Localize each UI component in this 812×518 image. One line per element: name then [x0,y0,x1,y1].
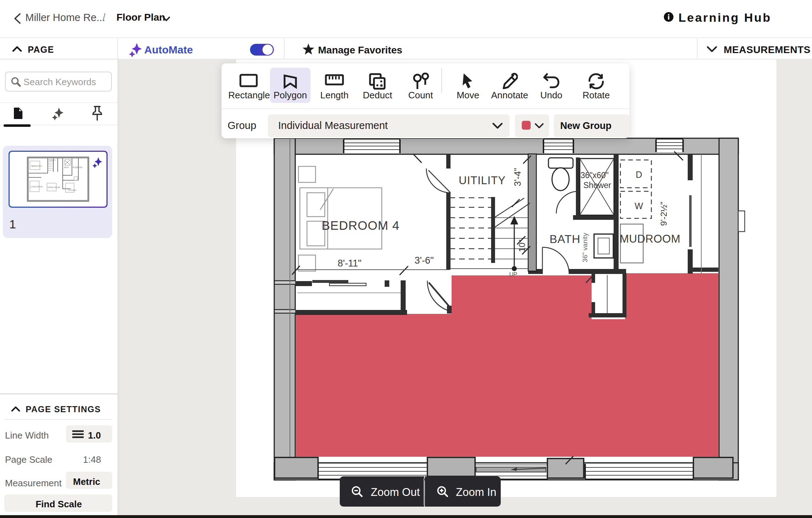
svg-text:3'-6": 3'-6" [415,255,434,266]
svg-text:DINING ROOM: DINING ROOM [48,186,60,188]
svg-text:3'-4": 3'-4" [512,168,523,186]
svg-text:BEDROOM 4: BEDROOM 4 [31,165,42,167]
svg-text:BEDROOM 4: BEDROOM 4 [322,218,400,232]
svg-text:LIVING ROOM: LIVING ROOM [31,186,42,188]
svg-text:9'-2½": 9'-2½" [659,202,668,226]
svg-text:BATH: BATH [550,233,581,245]
svg-text:8'-11": 8'-11" [338,258,361,269]
svg-text:UP: UP [509,271,517,278]
svg-text:D: D [636,170,642,180]
svg-text:W: W [635,201,643,211]
svg-text:36" vanity: 36" vanity [581,233,589,262]
svg-text:MUDROOM: MUDROOM [620,233,681,245]
svg-text:UITILITY: UITILITY [459,174,506,187]
svg-text:36"x60": 36"x60" [581,171,609,180]
svg-text:KITCHEN: KITCHEN [68,189,76,191]
svg-text:Shower: Shower [583,181,611,190]
svg-text:10": 10" [517,239,527,252]
svg-text:UTILITY: UTILITY [49,159,56,161]
svg-text:MUDROOM: MUDROOM [73,166,82,169]
svg-text:BATH: BATH [64,166,69,169]
